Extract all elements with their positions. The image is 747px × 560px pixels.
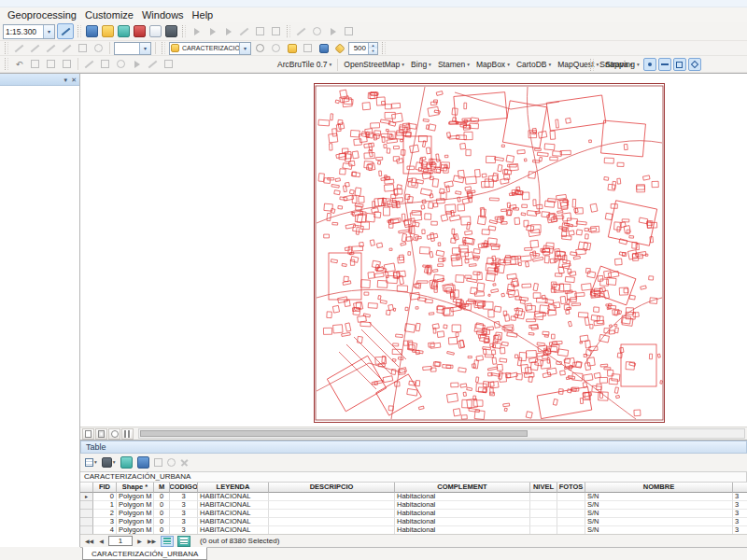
circle-tool-button[interactable]	[92, 41, 106, 55]
vertex-snapping-toggle[interactable]	[673, 58, 686, 71]
clear-selection-button[interactable]	[153, 455, 163, 469]
undo-button[interactable]: ↶	[12, 57, 26, 71]
identify-button[interactable]	[310, 24, 324, 38]
table-cell[interactable]: 3	[733, 526, 747, 535]
editor-sketch-tool-button[interactable]	[57, 23, 74, 39]
cut-polygons-button[interactable]	[269, 24, 283, 38]
arccatalog-button[interactable]	[117, 24, 131, 38]
column-header-m[interactable]: M	[154, 483, 170, 493]
row-selector[interactable]	[80, 518, 93, 526]
fishnet-button[interactable]	[44, 57, 58, 71]
table-cell[interactable]: 0	[154, 493, 170, 501]
select-by-attributes-button[interactable]	[120, 455, 134, 469]
construction-combo[interactable]: ▾	[114, 42, 151, 55]
table-cell[interactable]: S/N	[585, 510, 733, 518]
table-cell[interactable]: 3	[733, 510, 747, 518]
table-cell[interactable]: HABITACIONAL	[198, 526, 269, 535]
column-header-nombre[interactable]: NOMBRE	[585, 483, 733, 493]
topology-tool-6-button[interactable]	[162, 57, 176, 71]
table-cell[interactable]: 3	[170, 510, 198, 518]
table-cell[interactable]	[269, 493, 395, 501]
table-cell[interactable]: Polygon M	[117, 518, 154, 526]
table-cell[interactable]: Polygon M	[117, 526, 154, 535]
horizontal-scrollbar[interactable]	[138, 428, 745, 439]
sketch-arc-button[interactable]	[28, 41, 42, 55]
table-cell[interactable]	[557, 526, 585, 535]
table-cell[interactable]	[557, 493, 585, 501]
menu-item-customize[interactable]: Customize	[85, 8, 142, 21]
point-snapping-toggle[interactable]	[643, 58, 656, 71]
arctoolbox-button[interactable]	[133, 24, 147, 38]
row-selector[interactable]	[80, 510, 93, 518]
column-header-nivel[interactable]: NIVEL	[530, 483, 557, 493]
model-builder-button[interactable]	[148, 24, 162, 38]
row-selector[interactable]	[80, 501, 93, 510]
basemap-menu-cartodb[interactable]: CartoDB▾	[514, 58, 554, 71]
topology-tool-2-button[interactable]	[98, 57, 112, 71]
table-cell[interactable]: 3	[733, 501, 747, 510]
switch-selection-button[interactable]	[136, 455, 150, 469]
table-cell[interactable]: 1	[93, 501, 117, 510]
hyperlink-button[interactable]	[326, 24, 340, 38]
show-selected-records-button[interactable]	[177, 536, 190, 547]
basemap-menu-mapbox[interactable]: MapBox▾	[473, 58, 513, 71]
table-cell[interactable]: S/N	[585, 518, 733, 526]
table-cell[interactable]: HABITACIONAL	[198, 518, 269, 526]
show-all-records-button[interactable]	[161, 536, 174, 547]
layout-grid-button[interactable]	[60, 57, 74, 71]
edge-snapping-toggle[interactable]	[688, 58, 701, 71]
table-cell[interactable]: 3	[733, 493, 747, 501]
first-record-button[interactable]: ◀◀	[84, 538, 94, 544]
table-cell[interactable]	[530, 493, 557, 501]
previous-record-button[interactable]: ◀	[96, 538, 106, 544]
table-window-titlebar[interactable]: Table	[80, 441, 747, 454]
chevron-down-icon[interactable]: ▾	[43, 25, 54, 38]
table-cell[interactable]	[557, 510, 585, 518]
basemap-menu-openstreetmap[interactable]: OpenStreetMap▾	[341, 58, 407, 71]
end-snapping-toggle[interactable]	[658, 58, 671, 71]
attribute-table-button[interactable]	[85, 24, 99, 38]
refresh-view-button[interactable]	[108, 428, 120, 440]
menu-item-geoprocessing[interactable]: Geoprocessing	[7, 8, 85, 21]
topology-tool-4-button[interactable]	[130, 57, 144, 71]
table-cell[interactable]: 3	[93, 518, 117, 526]
table-cell[interactable]	[557, 518, 585, 526]
map-scale-combo[interactable]: 1:15.300 ▾	[3, 24, 55, 39]
column-header-codigo[interactable]: CODIGO	[170, 483, 198, 493]
row-selector[interactable]: ▸	[80, 493, 93, 501]
column-header-fotos[interactable]: FOTOS	[557, 483, 585, 493]
edit-vertices-button[interactable]	[237, 24, 251, 38]
buffer-tool-button[interactable]	[269, 41, 283, 55]
table-cell[interactable]	[269, 526, 395, 535]
map-canvas[interactable]	[80, 73, 747, 427]
topology-tool-1-button[interactable]	[82, 57, 96, 71]
target-layer-combo[interactable]: CARACTERIZACIÓN_URBA ▾	[169, 42, 251, 55]
menu-item-help[interactable]: Help	[192, 8, 222, 21]
endpoint-arc-button[interactable]	[205, 24, 219, 38]
table-cell[interactable]: HABITACIONAL	[198, 501, 269, 510]
table-cell[interactable]: Habitacional	[395, 526, 530, 535]
pause-drawing-button[interactable]	[121, 428, 134, 440]
table-cell[interactable]: Polygon M	[117, 501, 154, 510]
column-header-zona[interactable]: ZONA	[733, 483, 747, 493]
table-cell[interactable]	[269, 518, 395, 526]
html-popup-button[interactable]	[342, 24, 356, 38]
grid-view-button[interactable]	[28, 57, 42, 71]
table-cell[interactable]	[269, 501, 395, 510]
table-cell[interactable]: 3	[733, 518, 747, 526]
chevron-down-icon[interactable]: ▾	[139, 43, 150, 54]
table-cell[interactable]: 0	[154, 526, 170, 535]
table-cell[interactable]: Polygon M	[117, 510, 154, 518]
snapping-menu-button[interactable]: Snapping ▾	[598, 60, 641, 69]
table-cell[interactable]: HABITACIONAL	[198, 510, 269, 518]
basemap-menu-arcbrutile-0-7[interactable]: ArcBruTile 0.7▾	[275, 58, 334, 71]
current-record-input[interactable]: 1	[108, 536, 133, 546]
table-cell[interactable]: 4	[93, 526, 117, 535]
table-cell[interactable]: 3	[170, 493, 198, 501]
next-record-button[interactable]: ▶	[134, 538, 145, 544]
column-header-leyenda[interactable]: LEYENDA	[198, 483, 269, 493]
table-cell[interactable]: 3	[170, 518, 198, 526]
measure-button[interactable]	[294, 24, 308, 38]
table-cell[interactable]	[530, 510, 557, 518]
create-features-button[interactable]	[285, 41, 299, 55]
